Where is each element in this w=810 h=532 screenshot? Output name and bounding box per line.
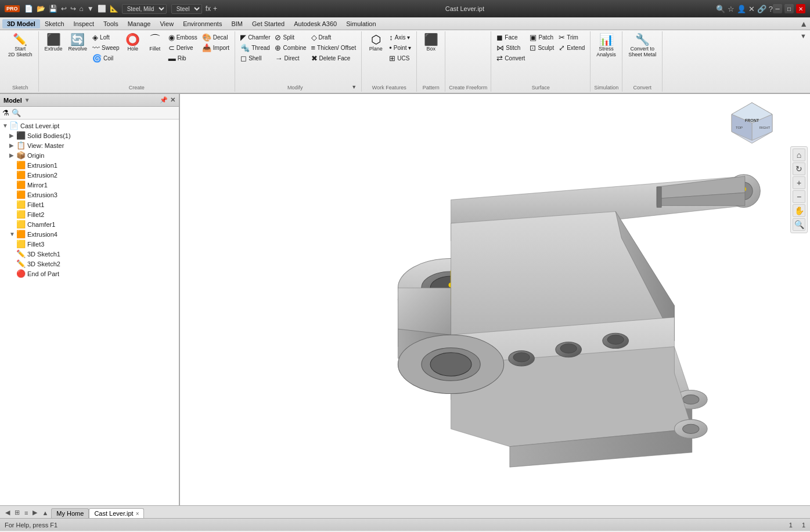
split-btn[interactable]: ⊘ Split xyxy=(273,32,308,42)
nav-rotate[interactable]: ↻ xyxy=(793,162,805,175)
coil-btn[interactable]: 🌀 Coil xyxy=(91,53,121,63)
close-btn[interactable]: ✕ xyxy=(796,4,805,13)
qa-open[interactable]: 📂 xyxy=(35,3,46,14)
model-dropdown-arrow[interactable]: ▼ xyxy=(24,97,30,103)
tree-item-fillet3[interactable]: 🟨 Fillet3 xyxy=(0,239,179,249)
emboss-btn[interactable]: ◉ Emboss xyxy=(167,32,199,42)
qa-new[interactable]: 📄 xyxy=(23,3,34,14)
tree-item-extrusion1[interactable]: 🟧 Extrusion1 xyxy=(0,160,179,170)
qa-fx[interactable]: fx xyxy=(204,3,212,14)
tree-item-root[interactable]: ▼ 📄 Cast Lever.ipt xyxy=(0,121,179,131)
qa-redo[interactable]: ↪ xyxy=(69,3,77,14)
revolve-btn[interactable]: 🔄 Revolve xyxy=(66,32,90,53)
ribbon-settings-btn[interactable]: ▼ xyxy=(800,32,807,39)
part-viewport-svg[interactable]: Z X xyxy=(180,94,810,505)
qa-home[interactable]: ⌂ xyxy=(78,3,85,14)
tree-item-3dsketch2[interactable]: ✏️ 3D Sketch2 xyxy=(0,259,179,269)
tab-new[interactable]: ◀ xyxy=(3,508,12,517)
menu-3d-model[interactable]: 3D Model xyxy=(2,19,40,28)
titlebar-star[interactable]: ☆ xyxy=(728,5,735,13)
titlebar-help2[interactable]: ✕ xyxy=(748,5,755,13)
axis-btn[interactable]: ↕ Axis ▾ xyxy=(387,32,413,42)
stitch-btn[interactable]: ⋈ Stitch xyxy=(495,43,527,53)
menu-environments[interactable]: Environments xyxy=(178,19,226,28)
thread-btn[interactable]: 🔩 Thread xyxy=(239,43,272,53)
rib-btn[interactable]: ▬ Rib xyxy=(167,53,199,63)
expand-view[interactable]: ▶ xyxy=(9,142,16,149)
tree-item-extrusion2[interactable]: 🟧 Extrusion2 xyxy=(0,170,179,180)
derive-btn[interactable]: ⊂ Derive xyxy=(167,43,199,53)
titlebar-help3[interactable]: ? xyxy=(769,5,773,13)
tree-item-origin[interactable]: ▶ 📦 Origin xyxy=(0,150,179,160)
ribbon-collapse[interactable]: ▲ xyxy=(800,19,808,28)
tab-cast-lever[interactable]: Cast Lever.ipt × xyxy=(89,508,144,518)
import-btn[interactable]: 📥 Import xyxy=(200,43,231,53)
plane-btn[interactable]: ⬡ Plane xyxy=(365,32,386,53)
stress-analysis-btn[interactable]: 📊 StressAnalysis xyxy=(594,32,618,59)
qa-save[interactable]: 💾 xyxy=(48,3,59,14)
tree-item-mirror1[interactable]: 🟧 Mirror1 xyxy=(0,180,179,190)
shell-btn[interactable]: ◻ Shell xyxy=(239,53,272,63)
start-2d-sketch-btn[interactable]: ✏️ Start2D Sketch xyxy=(6,32,35,59)
tree-item-extrusion4[interactable]: ▼ 🟧 Extrusion4 xyxy=(0,229,179,239)
convert-sheet-metal-btn[interactable]: 🔧 Convert toSheet Metal xyxy=(626,32,658,59)
tab-my-home[interactable]: My Home xyxy=(51,508,89,518)
material-selector-2[interactable]: Steel xyxy=(171,4,202,14)
qa-new2[interactable]: ⬜ xyxy=(96,3,107,14)
modify-expand[interactable]: ▼ xyxy=(351,84,357,90)
expand-ext4[interactable]: ▼ xyxy=(9,231,16,237)
thicken-btn[interactable]: ≡ Thicken/ Offset xyxy=(309,43,358,53)
panel-close[interactable]: ✕ xyxy=(170,96,175,104)
sculpt-btn[interactable]: ⊡ Sculpt xyxy=(528,43,556,53)
tree-item-fillet2[interactable]: 🟨 Fillet2 xyxy=(0,209,179,219)
tree-item-view-master[interactable]: ▶ 📋 View: Master xyxy=(0,140,179,150)
decal-btn[interactable]: 🎨 Decal xyxy=(200,32,231,42)
tree-item-end-of-part[interactable]: 🔴 End of Part xyxy=(0,269,179,278)
menu-a360[interactable]: Autodesk A360 xyxy=(289,19,341,28)
tab-scroll[interactable]: ▶ xyxy=(31,508,39,517)
titlebar-user[interactable]: 👤 xyxy=(737,5,746,13)
nav-zoom-out[interactable]: − xyxy=(793,190,805,203)
menu-sketch[interactable]: Sketch xyxy=(40,19,69,28)
tab-close-icon[interactable]: × xyxy=(136,511,139,517)
box-btn[interactable]: ⬛ Box xyxy=(420,32,441,53)
expand-origin[interactable]: ▶ xyxy=(9,152,16,158)
material-selector-1[interactable]: Steel, Mild xyxy=(122,4,167,14)
menu-tools[interactable]: Tools xyxy=(99,19,123,28)
tree-item-fillet1[interactable]: 🟨 Fillet1 xyxy=(0,200,179,209)
nav-zoom-in[interactable]: + xyxy=(793,176,805,189)
face-btn[interactable]: ◼ Face xyxy=(495,32,527,42)
extrude-btn[interactable]: ⬛ Extrude xyxy=(42,32,65,53)
fillet-btn[interactable]: ⌒ Fillet xyxy=(145,32,165,53)
convert-btn[interactable]: ⇄ Convert xyxy=(495,53,527,63)
chamfer-btn[interactable]: ◤ Chamfer xyxy=(239,32,272,42)
combine-btn[interactable]: ⊕ Combine xyxy=(273,43,308,53)
titlebar-search[interactable]: 🔍 xyxy=(716,5,725,13)
panel-pin[interactable]: 📌 xyxy=(160,96,168,104)
loft-btn[interactable]: ◈ Loft xyxy=(91,32,121,42)
qa-undo[interactable]: ↩ xyxy=(60,3,68,14)
direct-btn[interactable]: → Direct xyxy=(273,53,308,63)
tab-grid[interactable]: ⊞ xyxy=(13,508,21,517)
maximize-btn[interactable]: □ xyxy=(784,4,794,13)
viewcube-svg[interactable]: FRONT RIGHT TOP xyxy=(729,100,775,146)
viewcube[interactable]: FRONT RIGHT TOP xyxy=(729,100,775,146)
filter-btn[interactable]: ⚗ xyxy=(2,108,9,117)
menu-view[interactable]: View xyxy=(155,19,178,28)
qa-settings[interactable]: ▼ xyxy=(86,3,95,14)
extend-btn[interactable]: ⤢ Extend xyxy=(557,43,586,53)
qa-plus[interactable]: + xyxy=(212,3,218,14)
menu-get-started[interactable]: Get Started xyxy=(247,19,289,28)
search-btn[interactable]: 🔍 xyxy=(12,108,21,117)
sweep-btn[interactable]: 〰 Sweep xyxy=(91,43,121,53)
tab-up[interactable]: ▲ xyxy=(40,509,50,517)
trim-btn[interactable]: ✂ Trim xyxy=(557,32,586,42)
ucs-btn[interactable]: ⊞ UCS xyxy=(387,53,413,63)
nav-home[interactable]: ⌂ xyxy=(793,149,805,161)
tree-item-extrusion3[interactable]: 🟧 Extrusion3 xyxy=(0,190,179,200)
hole-btn[interactable]: ⭕ Hole xyxy=(123,32,143,53)
nav-pan[interactable]: ✋ xyxy=(793,204,805,217)
menu-inspect[interactable]: Inspect xyxy=(69,19,99,28)
minimize-btn[interactable]: ─ xyxy=(773,4,782,13)
tree-item-chamfer1[interactable]: 🟨 Chamfer1 xyxy=(0,219,179,229)
